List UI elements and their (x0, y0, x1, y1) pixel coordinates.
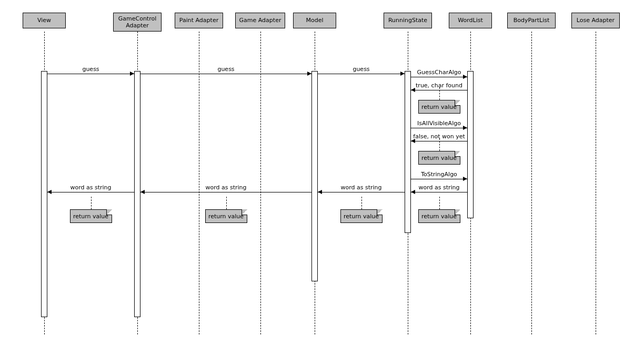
lifeline-loseadapter (596, 32, 596, 334)
message-label: IsAllVisibleAlgo (408, 120, 471, 127)
participant-gamecontrol: GameControlAdapter (113, 13, 162, 32)
activation-gamecontrol (134, 71, 140, 317)
message-line (318, 192, 405, 192)
participant-gameadapter: Game Adapter (235, 13, 285, 28)
participant-view: View (23, 13, 66, 28)
message-label: word as string (59, 184, 123, 191)
message-label: word as string (330, 184, 393, 191)
message-line (140, 74, 311, 74)
message-arrow (47, 190, 52, 194)
message-line (318, 74, 405, 74)
participant-wordlist: WordList (449, 13, 492, 28)
message-line (411, 77, 467, 77)
message-line (47, 74, 134, 74)
activation-wordlist (467, 71, 474, 218)
note-return-value: return value (418, 209, 460, 223)
message-label: GuessCharAlgo (408, 69, 471, 76)
note-connector (439, 138, 440, 151)
note-connector (439, 87, 440, 100)
note-connector (226, 197, 227, 209)
message-label: word as string (195, 184, 258, 191)
message-arrow (307, 72, 311, 76)
lifeline-paint (199, 32, 199, 334)
activation-view (41, 71, 47, 317)
lifeline-gameadapter (260, 32, 261, 334)
note-connector (361, 197, 362, 209)
message-label: ToStringAlgo (408, 171, 471, 178)
message-line (140, 192, 311, 192)
message-label: word as string (408, 184, 471, 191)
message-label: guess (59, 66, 123, 73)
note-connector (439, 197, 440, 209)
message-arrow (318, 190, 322, 194)
message-line (411, 192, 467, 192)
participant-running: RunningState (384, 13, 432, 28)
message-arrow (400, 72, 405, 76)
message-line (411, 179, 467, 179)
activation-running (405, 71, 411, 233)
message-arrow (140, 190, 145, 194)
participant-bodypart: BodyPartList (507, 13, 556, 28)
message-arrow (130, 72, 134, 76)
participant-loseadapter: Lose Adapter (571, 13, 620, 28)
message-label: guess (330, 66, 393, 73)
participant-paint: Paint Adapter (175, 13, 223, 28)
message-label: guess (195, 66, 258, 73)
note-return-value: return value (418, 100, 460, 114)
note-connector (91, 197, 92, 209)
lifeline-bodypart (531, 32, 532, 334)
message-line (47, 192, 134, 192)
participant-model: Model (293, 13, 336, 28)
message-line (411, 128, 467, 128)
activation-model (311, 71, 318, 281)
note-return-value: return value (340, 209, 383, 223)
note-return-value: return value (205, 209, 247, 223)
note-return-value: return value (418, 151, 460, 165)
note-return-value: return value (70, 209, 112, 223)
